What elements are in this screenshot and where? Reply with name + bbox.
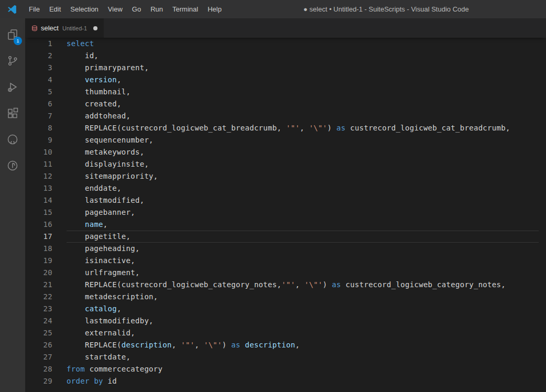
line-number[interactable]: 3 [25, 62, 67, 74]
code-text: lastmodified, [67, 194, 539, 206]
line-number[interactable]: 21 [25, 279, 67, 291]
code-line[interactable]: 23 catalog, [25, 303, 546, 315]
line-number[interactable]: 23 [25, 303, 67, 315]
code-line[interactable]: 18 pageheading, [25, 243, 546, 255]
extensions-icon[interactable] [0, 100, 25, 126]
source-control-icon[interactable] [0, 48, 25, 74]
code-text: pageheading, [67, 243, 539, 255]
code-line[interactable]: 6 created, [25, 98, 546, 110]
code-line[interactable]: 27 startdate, [25, 351, 546, 363]
line-number[interactable]: 15 [25, 206, 67, 219]
code-text: created, [67, 98, 539, 110]
code-line[interactable]: 22 metadescription, [25, 291, 546, 303]
code-line[interactable]: 7 addtohead, [25, 110, 546, 122]
line-number[interactable]: 2 [25, 50, 67, 62]
code-line[interactable]: 12 sitemappriority, [25, 170, 546, 182]
code-line[interactable]: 4 version, [25, 74, 546, 86]
line-number[interactable]: 14 [25, 194, 67, 206]
line-number[interactable]: 9 [25, 134, 67, 146]
line-number[interactable]: 12 [25, 170, 67, 182]
menu-item-run[interactable]: Run [146, 0, 168, 18]
line-number[interactable]: 17 [25, 231, 67, 243]
line-number[interactable]: 10 [25, 146, 67, 158]
code-line[interactable]: 9 sequencenumber, [25, 134, 546, 146]
title-bar: File Edit Selection View Go Run Terminal… [0, 0, 546, 18]
menu-item-terminal[interactable]: Terminal [168, 0, 203, 18]
menu-item-help[interactable]: Help [203, 0, 226, 18]
line-number[interactable]: 4 [25, 74, 67, 86]
line-number[interactable]: 25 [25, 327, 67, 339]
line-number[interactable]: 29 [25, 375, 67, 387]
code-line[interactable]: 11 displayinsite, [25, 158, 546, 170]
modified-indicator-icon[interactable] [93, 26, 97, 30]
menu-item-edit[interactable]: Edit [45, 0, 65, 18]
line-number[interactable]: 28 [25, 363, 67, 375]
run-debug-icon[interactable] [0, 74, 25, 100]
code-line[interactable]: 2 id, [25, 50, 546, 62]
code-text: displayinsite, [67, 158, 539, 170]
line-number[interactable]: 1 [25, 38, 67, 50]
code-text: primaryparent, [67, 62, 539, 74]
code-text: id, [67, 50, 539, 62]
explorer-icon[interactable]: 1 [0, 21, 25, 48]
code-line[interactable]: 28from commercecategory [25, 363, 546, 375]
tab-untitled-1[interactable]: select Untitled-1 [25, 18, 104, 38]
code-line[interactable]: 17 pagetitle, [25, 231, 546, 243]
line-number[interactable]: 27 [25, 351, 67, 363]
code-text: startdate, [67, 351, 539, 363]
database-icon [31, 25, 38, 31]
line-number[interactable]: 5 [25, 86, 67, 98]
code-text: from commercecategory [67, 363, 539, 375]
line-number[interactable]: 6 [25, 98, 67, 110]
code-text: catalog, [67, 303, 539, 315]
code-text: REPLACE(description, '"', '\"') as descr… [67, 339, 539, 351]
code-text: metakeywords, [67, 146, 539, 158]
code-line[interactable]: 3 primaryparent, [25, 62, 546, 74]
window-title: ● select • Untitled-1 - SuiteScripts - V… [226, 5, 546, 13]
line-number[interactable]: 11 [25, 158, 67, 170]
line-number[interactable]: 19 [25, 255, 67, 267]
code-line[interactable]: 19 isinactive, [25, 255, 546, 267]
line-number[interactable]: 16 [25, 219, 67, 231]
line-number[interactable]: 26 [25, 339, 67, 351]
code-text: externalid, [67, 327, 539, 339]
line-number[interactable]: 13 [25, 182, 67, 194]
code-line[interactable]: 15 pagebanner, [25, 206, 546, 219]
code-area[interactable]: 1select2 id,3 primaryparent,4 version,5 … [25, 38, 546, 387]
code-line[interactable]: 10 metakeywords, [25, 146, 546, 158]
code-line[interactable]: 14 lastmodified, [25, 194, 546, 206]
code-line[interactable]: 29order by id [25, 375, 546, 387]
code-line[interactable]: 8 REPLACE(custrecord_logicweb_cat_breadc… [25, 122, 546, 134]
menu-item-go[interactable]: Go [127, 0, 146, 18]
line-number[interactable]: 8 [25, 122, 67, 134]
vscode-window: File Edit Selection View Go Run Terminal… [0, 0, 546, 392]
code-text: addtohead, [67, 110, 539, 122]
code-line[interactable]: 21 REPLACE(custrecord_logicweb_category_… [25, 279, 546, 291]
menu-item-view[interactable]: View [103, 0, 127, 18]
line-number[interactable]: 7 [25, 110, 67, 122]
vscode-logo-icon [0, 4, 24, 15]
code-text: enddate, [67, 182, 539, 194]
line-number[interactable]: 20 [25, 267, 67, 279]
code-text: lastmodifiedby, [67, 315, 539, 327]
circle-extension-icon[interactable] [0, 153, 25, 179]
code-line[interactable]: 26 REPLACE(description, '"', '\"') as de… [25, 339, 546, 351]
code-line[interactable]: 16 name, [25, 219, 546, 231]
code-line[interactable]: 5 thumbnail, [25, 86, 546, 98]
code-line[interactable]: 13 enddate, [25, 182, 546, 194]
tab-bar: select Untitled-1 [25, 18, 546, 38]
code-line[interactable]: 24 lastmodifiedby, [25, 315, 546, 327]
line-number[interactable]: 18 [25, 243, 67, 255]
line-number[interactable]: 24 [25, 315, 67, 327]
code-line[interactable]: 1select [25, 38, 546, 50]
code-line[interactable]: 25 externalid, [25, 327, 546, 339]
menu-item-selection[interactable]: Selection [65, 0, 103, 18]
github-icon[interactable] [0, 126, 25, 153]
tab-label: select [41, 24, 59, 32]
code-text: thumbnail, [67, 86, 539, 98]
code-line[interactable]: 20 urlfragment, [25, 267, 546, 279]
line-number[interactable]: 22 [25, 291, 67, 303]
menu-item-file[interactable]: File [24, 0, 45, 18]
code-text: metadescription, [67, 291, 539, 303]
editor[interactable]: 1select2 id,3 primaryparent,4 version,5 … [25, 38, 546, 392]
